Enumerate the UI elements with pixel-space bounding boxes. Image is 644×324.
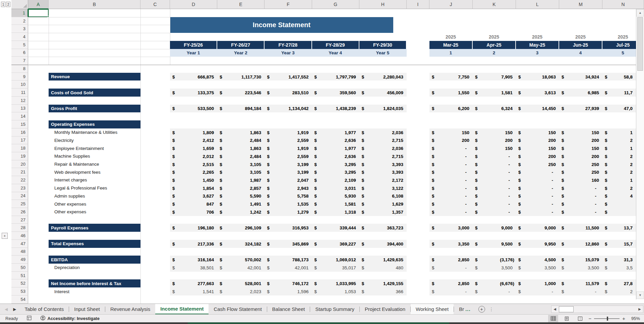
value-cell-K50[interactable]: $3,500 <box>473 264 516 272</box>
row-label-16[interactable]: Monthly Maintenance & Utilities <box>54 128 140 137</box>
value-cell-H18[interactable]: $2,036 <box>359 144 407 152</box>
fiscal-year-header-1[interactable]: FY-26/27 <box>217 41 264 49</box>
value-cell-K26[interactable]: $- <box>473 208 516 216</box>
value-cell-M16[interactable]: $150 <box>559 128 602 137</box>
value-cell-H50[interactable]: $480 <box>359 264 407 272</box>
value-cell-L26[interactable]: $- <box>516 208 559 216</box>
value-cell-F28[interactable]: $316,953 <box>265 224 312 232</box>
scroll-left-icon[interactable]: ◀ <box>551 306 558 313</box>
month-header-3[interactable]: Jun-25 <box>559 41 602 49</box>
value-cell-E13[interactable]: $894,184 <box>217 105 265 113</box>
value-cell-F47[interactable]: $345,869 <box>265 240 312 248</box>
tab-scroll-left-icon[interactable]: ◀ <box>5 307 8 312</box>
value-cell-F11[interactable]: $283,510 <box>265 89 312 97</box>
value-cell-E16[interactable]: $1,863 <box>217 128 265 137</box>
value-cell-L17[interactable]: $200 <box>516 137 559 145</box>
value-cell-J22[interactable]: $- <box>429 176 473 184</box>
year-label-3[interactable]: Year 4 <box>312 49 359 57</box>
value-cell-K25[interactable]: $- <box>473 200 516 208</box>
value-cell-F24[interactable]: $5,758 <box>265 192 312 200</box>
value-cell-N26[interactable]: $ <box>602 208 636 216</box>
zoom-out-icon[interactable]: − <box>588 316 591 321</box>
zoom-slider[interactable]: − + <box>588 316 625 321</box>
value-cell-L25[interactable]: $- <box>516 200 559 208</box>
zoom-level[interactable]: 95% <box>629 316 640 321</box>
value-cell-G11[interactable]: $359,560 <box>312 89 359 97</box>
row-header-4[interactable]: 4 <box>11 33 28 41</box>
value-cell-K21[interactable]: $- <box>473 168 516 176</box>
value-cell-G22[interactable]: $2,109 <box>312 176 359 184</box>
month-header-2[interactable]: May-25 <box>516 41 559 49</box>
value-cell-E17[interactable]: $2,484 <box>217 137 265 145</box>
value-cell-K16[interactable]: $150 <box>473 128 516 137</box>
value-cell-H25[interactable]: $1,629 <box>359 200 407 208</box>
value-cell-J21[interactable]: $- <box>429 168 473 176</box>
outline-expand-button[interactable]: + <box>2 233 8 239</box>
horizontal-scroll-track[interactable] <box>558 306 636 313</box>
value-cell-N47[interactable]: $15,7 <box>602 240 636 248</box>
value-cell-K24[interactable]: $- <box>473 192 516 200</box>
value-cell-H20[interactable]: $3,393 <box>359 160 407 168</box>
zoom-in-icon[interactable]: + <box>622 316 625 321</box>
value-cell-N52[interactable]: $27,8 <box>602 279 636 287</box>
value-cell-F21[interactable]: $3,199 <box>265 168 312 176</box>
value-cell-G50[interactable]: $35,017 <box>312 264 359 272</box>
value-cell-M18[interactable]: $150 <box>559 144 602 152</box>
value-cell-J11[interactable]: $1,550 <box>429 89 473 97</box>
value-cell-D13[interactable]: $533,500 <box>170 105 217 113</box>
row-header-53[interactable]: 53 <box>11 287 28 295</box>
column-header-K[interactable]: K <box>473 0 516 9</box>
column-header-C[interactable]: C <box>140 0 170 9</box>
zoom-slider-thumb[interactable] <box>607 317 608 321</box>
column-header-H[interactable]: H <box>359 0 407 9</box>
new-sheet-button[interactable]: + <box>478 306 485 313</box>
value-cell-E53[interactable]: $2,023 <box>217 287 265 295</box>
value-cell-N25[interactable]: $ <box>602 200 636 208</box>
row-header-13[interactable]: 13 <box>11 105 28 113</box>
value-cell-G47[interactable]: $369,227 <box>312 240 359 248</box>
value-cell-G21[interactable]: $3,295 <box>312 168 359 176</box>
value-cell-M23[interactable]: $- <box>559 184 602 192</box>
value-cell-J52[interactable]: $2,850 <box>429 279 473 287</box>
value-cell-E47[interactable]: $324,182 <box>217 240 265 248</box>
value-cell-M25[interactable]: $- <box>559 200 602 208</box>
row-label-49[interactable]: EBITDA <box>49 256 140 264</box>
column-header-J[interactable]: J <box>429 0 473 9</box>
value-cell-J13[interactable]: $6,200 <box>429 105 473 113</box>
row-header-24[interactable]: 24 <box>11 192 28 200</box>
value-cell-E9[interactable]: $1,117,730 <box>217 73 265 81</box>
value-cell-J19[interactable]: $- <box>429 152 473 160</box>
value-cell-H9[interactable]: $2,280,043 <box>359 73 407 81</box>
row-header-27[interactable]: 27 <box>11 216 28 224</box>
value-cell-E23[interactable]: $2,857 <box>217 184 265 192</box>
value-cell-L16[interactable]: $150 <box>516 128 559 137</box>
value-cell-D53[interactable]: $1,541 <box>170 287 217 295</box>
column-header-D[interactable]: D <box>170 0 217 9</box>
value-cell-E22[interactable]: $1,987 <box>217 176 265 184</box>
row-header-8[interactable]: 8 <box>11 65 28 73</box>
value-cell-N9[interactable]: $58,8 <box>602 73 636 81</box>
value-cell-F13[interactable]: $1,134,042 <box>265 105 312 113</box>
row-header-12[interactable]: 12 <box>11 97 28 105</box>
row-header-51[interactable]: 51 <box>11 272 28 280</box>
row-header-5[interactable]: 5 <box>11 41 28 49</box>
value-cell-M50[interactable]: $3,500 <box>559 264 602 272</box>
value-cell-L19[interactable]: $200 <box>516 152 559 160</box>
value-cell-E20[interactable]: $3,105 <box>217 160 265 168</box>
row-header-10[interactable]: 10 <box>11 80 28 89</box>
value-cell-F17[interactable]: $2,559 <box>265 137 312 145</box>
value-cell-M26[interactable]: $- <box>559 208 602 216</box>
value-cell-M52[interactable]: $11,579 <box>559 279 602 287</box>
period-number-1[interactable]: 2 <box>473 49 515 57</box>
page-break-preview-button[interactable] <box>575 315 585 322</box>
row-label-18[interactable]: Employee Entertainment <box>54 144 140 152</box>
value-cell-K47[interactable]: $9,500 <box>473 240 516 248</box>
value-cell-K13[interactable]: $6,324 <box>473 105 516 113</box>
row-header-9[interactable]: 9 <box>11 73 28 81</box>
value-cell-L20[interactable]: $250 <box>516 160 559 168</box>
value-cell-N20[interactable]: $2 <box>602 160 636 168</box>
fiscal-year-header-2[interactable]: FY-27/28 <box>265 41 311 49</box>
value-cell-D17[interactable]: $2,412 <box>170 137 217 145</box>
value-cell-E18[interactable]: $1,863 <box>217 144 265 152</box>
value-cell-K9[interactable]: $7,905 <box>473 73 516 81</box>
